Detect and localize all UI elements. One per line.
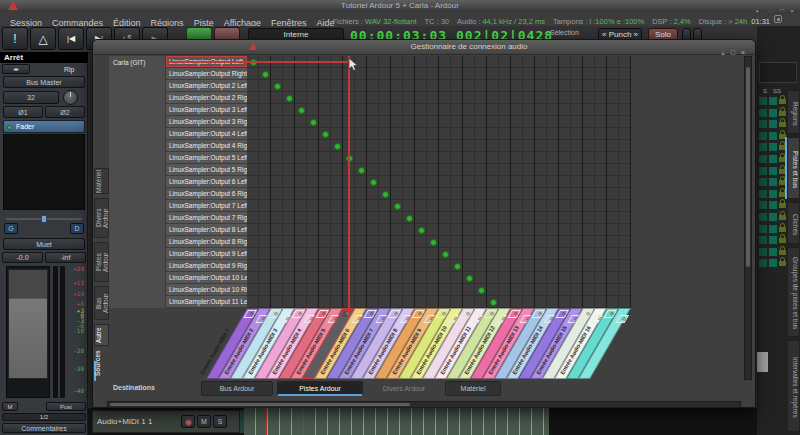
port-cell[interactable] — [399, 315, 413, 323]
port-cell[interactable] — [483, 310, 497, 318]
track-visible-cell[interactable] — [759, 259, 767, 267]
sidebar-tab[interactable]: Pistes et bus — [787, 137, 800, 199]
port-cell[interactable] — [279, 315, 293, 323]
mono-button[interactable]: M — [2, 402, 18, 411]
strip-scroll-button[interactable]: ◂▸ — [2, 64, 30, 74]
source-port-row[interactable]: LinuxSampler:Output 4 Right — [166, 140, 247, 152]
destination-column-strip[interactable] — [482, 308, 535, 379]
io-button[interactable]: 1/2 — [2, 413, 86, 421]
track-visible-cell[interactable] — [759, 155, 767, 163]
source-port-row[interactable]: LinuxSampler:Output 7 Left — [166, 200, 247, 212]
port-cell[interactable] — [447, 315, 461, 323]
port-cell[interactable] — [411, 310, 425, 318]
destination-column-strip[interactable] — [362, 308, 415, 379]
track-search-input[interactable] — [759, 62, 797, 83]
destination-column-strip[interactable] — [242, 308, 295, 379]
horizontal-scrollbar-thumb[interactable] — [110, 403, 410, 406]
destination-column-strip[interactable] — [206, 308, 259, 379]
destination-column-strip[interactable] — [302, 308, 355, 379]
connection-dot[interactable] — [298, 107, 305, 114]
gain-fader-track[interactable] — [6, 266, 50, 398]
destination-column-strip[interactable] — [326, 308, 379, 379]
scrollbar-corner[interactable] — [757, 352, 768, 372]
dialog-left-tab[interactable]: Pistes Ardour — [94, 242, 109, 282]
track-active-cell[interactable] — [769, 201, 777, 209]
port-cell[interactable] — [255, 315, 269, 323]
port-cell[interactable] — [531, 310, 545, 318]
sidebar-tab[interactable]: Intervalles et repères — [787, 340, 800, 432]
track-active-cell[interactable] — [769, 132, 777, 140]
destination-column-strip[interactable] — [218, 308, 271, 379]
peak-display[interactable]: -inf — [45, 252, 86, 263]
port-cell[interactable] — [351, 315, 365, 323]
connection-dot[interactable] — [454, 263, 461, 270]
connection-dot[interactable] — [286, 95, 293, 102]
pan-left-button[interactable]: G — [4, 223, 18, 234]
port-cell[interactable] — [495, 315, 509, 323]
port-cell[interactable] — [363, 310, 377, 318]
destination-column-strip[interactable] — [494, 308, 547, 379]
connection-dot[interactable] — [394, 203, 401, 210]
mute-button[interactable]: Muet — [3, 238, 85, 250]
sidebar-tab[interactable]: Clichés — [787, 202, 800, 244]
destination-column-strip[interactable] — [398, 308, 451, 379]
destination-column-strip[interactable] — [278, 308, 331, 379]
horizontal-scrollbar[interactable] — [107, 401, 741, 408]
trim-knob[interactable] — [63, 90, 78, 105]
destination-column-strip[interactable] — [422, 308, 475, 379]
port-cell[interactable] — [459, 310, 473, 318]
gain-fader-handle[interactable] — [8, 269, 48, 379]
track-active-cell[interactable] — [769, 143, 777, 151]
connection-dot[interactable] — [418, 227, 425, 234]
phase-invert-left-button[interactable]: Ø1 — [3, 106, 43, 118]
destination-column-strip[interactable] — [314, 308, 367, 379]
destination-column-strip[interactable] — [230, 308, 283, 379]
processor-box[interactable] — [3, 134, 85, 210]
port-cell[interactable] — [315, 310, 329, 318]
port-cell[interactable] — [327, 315, 341, 323]
destination-column-strip[interactable] — [290, 308, 343, 379]
port-cell[interactable] — [591, 315, 605, 323]
midi-channel-button[interactable]: 32 — [3, 91, 59, 104]
track-active-cell[interactable] — [769, 178, 777, 186]
port-cell[interactable] — [555, 310, 569, 318]
port-cell[interactable] — [579, 310, 593, 318]
track-name[interactable]: Audio+MIDI 1 1 — [97, 417, 152, 426]
port-cell[interactable] — [519, 315, 533, 323]
dialog-window-control-icon[interactable]: □ — [731, 49, 735, 56]
connection-dot[interactable] — [358, 167, 365, 174]
source-group-cell[interactable]: Carla (GIT) — [109, 56, 166, 308]
track-canvas[interactable] — [244, 408, 549, 435]
dialog-window-control-icon[interactable]: × — [741, 49, 745, 56]
source-port-row[interactable]: LinuxSampler:Output 6 Right — [166, 188, 247, 200]
destination-column-strip[interactable] — [446, 308, 499, 379]
destination-column-strip[interactable] — [266, 308, 319, 379]
source-port-row[interactable]: LinuxSampler:Output 2 Right — [166, 92, 247, 104]
connection-dot[interactable] — [430, 239, 437, 246]
source-port-row[interactable]: LinuxSampler:Output Right — [166, 68, 247, 80]
track-visible-cell[interactable] — [759, 225, 767, 233]
dialog-bottom-tab[interactable]: Bus Ardour — [201, 381, 273, 396]
port-cell[interactable] — [567, 315, 581, 323]
lock-icon[interactable] — [779, 227, 786, 232]
lock-icon[interactable] — [779, 215, 786, 220]
connection-matrix[interactable] — [247, 56, 631, 308]
port-cell[interactable] — [543, 315, 557, 323]
vertical-scrollbar[interactable] — [744, 56, 752, 380]
connection-dot[interactable] — [274, 83, 281, 90]
processor-active-led[interactable] — [7, 125, 12, 130]
sidebar-tab[interactable]: Groupes de pistes et bus — [787, 247, 800, 337]
connection-dot[interactable] — [334, 143, 341, 150]
track-active-cell[interactable] — [769, 213, 777, 221]
lock-icon[interactable] — [779, 99, 786, 104]
source-port-row[interactable]: LinuxSampler:Output 10 Left — [166, 272, 247, 284]
destination-column-strip[interactable] — [578, 308, 631, 379]
dialog-bottom-tab[interactable]: Matériel — [445, 381, 501, 396]
destination-column-strip[interactable] — [410, 308, 463, 379]
goto-start-button[interactable]: |◀ — [58, 27, 84, 50]
track-active-cell[interactable] — [769, 236, 777, 244]
destination-column-strip[interactable] — [374, 308, 427, 379]
source-port-row[interactable]: LinuxSampler:Output 3 Right — [166, 116, 247, 128]
track-visible-cell[interactable] — [759, 109, 767, 117]
track-active-cell[interactable] — [769, 155, 777, 163]
